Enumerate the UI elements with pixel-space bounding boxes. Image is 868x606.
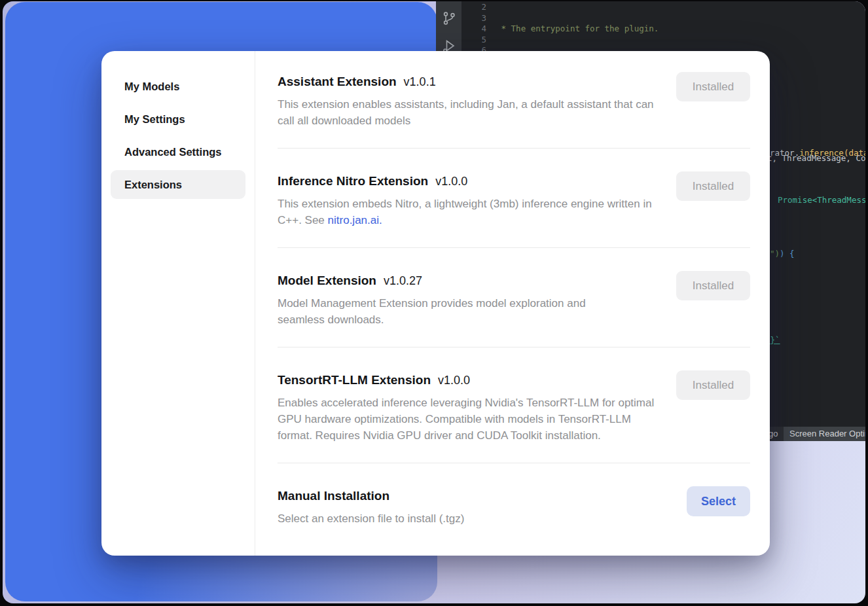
extension-description: Model Management Extension provides mode… (278, 295, 605, 328)
nitro-jan-ai-link[interactable]: nitro.jan.ai. (328, 214, 382, 226)
status-bar-text: go (769, 427, 778, 441)
manual-installation-title: Manual Installation (278, 488, 660, 505)
editor-line-numbers: 2 3 4 5 6 (461, 2, 486, 56)
extension-title: Model Extensionv1.0.27 (278, 272, 660, 289)
extension-description: Enables accelerated inference leveraging… (278, 395, 660, 444)
sidebar-item-my-models[interactable]: My Models (111, 72, 245, 101)
extension-version: v1.0.1 (404, 75, 436, 88)
screen-reader-optimized-status[interactable]: Screen Reader Optimize (784, 427, 865, 441)
select-file-button[interactable]: Select (687, 486, 750, 516)
manual-installation-item: Manual Installation Select an extension … (278, 463, 750, 546)
installed-button[interactable]: Installed (676, 72, 750, 101)
extension-item-tensorrt-llm: TensortRT-LLM Extensionv1.0.0 Enables ac… (278, 348, 750, 463)
sidebar-item-extensions[interactable]: Extensions (111, 170, 245, 199)
sidebar-item-my-settings[interactable]: My Settings (111, 105, 245, 134)
sidebar-item-advanced-settings[interactable]: Advanced Settings (111, 137, 245, 166)
installed-button[interactable]: Installed (676, 271, 750, 300)
extension-version: v1.0.0 (438, 374, 470, 387)
settings-modal: My Models My Settings Advanced Settings … (101, 51, 770, 556)
code-fragment-inference: rator.inference(data)); (770, 148, 865, 158)
extension-description: This extension enables assistants, inclu… (278, 96, 660, 129)
installed-button[interactable]: Installed (676, 171, 750, 201)
app-window: 2 3 4 5 6 * The entrypoint for the plugi… (3, 1, 865, 603)
extension-version: v1.0.27 (384, 274, 422, 287)
extension-title: Assistant Extensionv1.0.1 (278, 73, 660, 90)
extension-title: Inference Nitro Extensionv1.0.0 (278, 173, 660, 190)
code-fragment-braces: ")) { (770, 249, 795, 258)
source-control-icon[interactable] (441, 10, 457, 26)
code-line-2: * The entrypoint for the plugin. (496, 24, 865, 35)
code-fragment-promise: Promise<ThreadMessage> (778, 195, 865, 205)
extension-version: v1.0.0 (435, 175, 467, 188)
settings-sidebar: My Models My Settings Advanced Settings … (101, 51, 255, 556)
extensions-list: Assistant Extensionv1.0.1 This extension… (255, 51, 770, 556)
installed-button[interactable]: Installed (676, 370, 750, 400)
extension-item-inference-nitro: Inference Nitro Extensionv1.0.0 This ext… (278, 149, 750, 248)
extension-title: TensortRT-LLM Extensionv1.0.0 (278, 372, 660, 389)
manual-installation-description: Select an extension file to install (.tg… (278, 510, 660, 527)
extension-item-model: Model Extensionv1.0.27 Model Management … (278, 248, 750, 348)
extension-description: This extension embeds Nitro, a lightweig… (278, 196, 660, 228)
extension-item-assistant: Assistant Extensionv1.0.1 This extension… (278, 73, 750, 149)
